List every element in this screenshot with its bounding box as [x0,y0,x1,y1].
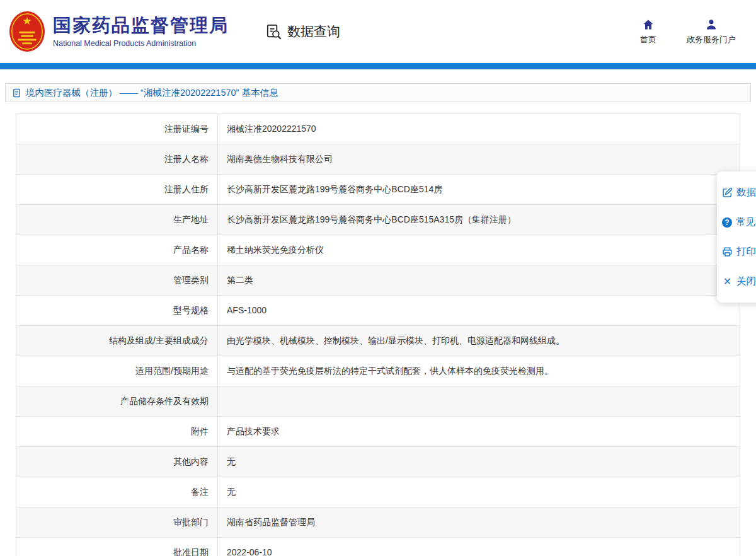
row-label: ●审批部门 [16,507,218,538]
row-value: 长沙高新开发区麓龙路199号麓谷商务中心BCD座514房 [218,175,740,205]
data-query-tab[interactable]: 数据查询 [265,23,340,40]
row-label: ●产品储存条件及有效期 [16,386,218,417]
edit-icon [722,187,733,198]
row-label-text: 结构及组成/主要组成成分 [109,335,209,345]
row-value: 与适配的基于荧光免疫层析法的特定干式试剂配套，供人体样本的免疫荧光检测用。 [218,356,740,386]
nav-portal-label: 政务服务门户 [687,34,736,45]
home-icon [642,18,655,31]
row-label: ●注册证编号 [16,114,218,144]
table-row: ●附件 产品技术要求 [16,417,740,447]
registration-info-table: ●注册证编号 湘械注准20202221570 ●注册人名称 湖南奥德生物科技有限… [16,113,740,556]
printer-icon [722,246,733,257]
header-accent-bar [0,63,756,69]
row-label: ●生产地址 [16,205,218,235]
table-row: ●审批部门 湖南省药品监督管理局 [16,507,740,538]
user-icon [705,18,718,31]
row-label-text: 注册人住所 [164,184,209,194]
question-icon: ? [722,217,732,228]
row-label-text: 生产地址 [173,214,209,224]
row-label-text: 型号规格 [173,305,209,315]
row-value: 湘械注准20202221570 [218,114,740,144]
org-titles: 国家药品监督管理局 National Medical Products Admi… [53,15,229,47]
row-label: ●备注 [16,477,218,507]
close-icon: ✕ [722,275,733,287]
row-value: 长沙高新开发区麓龙路199号麓谷商务中心BCD座515A315房（集群注册） [218,205,740,235]
row-label-text: 备注 [191,487,209,497]
panel-item-label: 常见 [736,216,755,229]
row-label: ●型号规格 [16,296,218,326]
row-value: 无 [218,447,740,477]
table-row: ●产品储存条件及有效期 [16,386,740,417]
panel-print[interactable]: 打印 [717,237,756,267]
table-row: ●注册人住所 长沙高新开发区麓龙路199号麓谷商务中心BCD座514房 [16,175,740,205]
row-label-text: 批准日期 [173,547,209,556]
row-label-text: 附件 [191,426,209,436]
nav-portal[interactable]: 政务服务门户 [687,18,736,45]
document-icon [12,88,21,98]
top-nav: 首页 政务服务门户 [640,18,736,45]
org-name-en: National Medical Products Administration [53,39,229,48]
panel-close[interactable]: ✕ 关闭 [717,267,756,296]
table-row: ●产品名称 稀土纳米荧光免疫分析仪 [16,235,740,265]
row-label: ●注册人名称 [16,144,218,175]
row-value: 第二类 [218,265,740,296]
breadcrumb: 境内医疗器械（注册） —— “湘械注准20202221570” 基本信息 [5,83,751,102]
info-table-body: ●注册证编号 湘械注准20202221570 ●注册人名称 湖南奥德生物科技有限… [16,114,740,556]
row-value: 产品技术要求 [218,417,740,447]
row-label: ●附件 [16,417,218,447]
panel-item-label: 打印 [736,245,756,258]
data-query-icon [265,23,282,40]
table-row: ●结构及组成/主要组成成分 由光学模块、机械模块、控制模块、输出/显示模块、打印… [16,326,740,356]
row-label-text: 审批部门 [173,517,209,527]
table-row: ●批准日期 2022-06-10 [16,538,740,556]
org-name-cn: 国家药品监督管理局 [53,15,229,36]
row-label-text: 管理类别 [173,275,209,285]
table-row: ●型号规格 AFS-1000 [16,296,740,326]
row-label-text: 产品名称 [173,245,209,255]
row-label: ●产品名称 [16,235,218,265]
table-row: ●其他内容 无 [16,447,740,477]
table-row: ●注册证编号 湘械注准20202221570 [16,114,740,144]
site-header: 国家药品监督管理局 National Medical Products Admi… [0,0,756,63]
row-label: ●其他内容 [16,447,218,477]
row-label-text: 其他内容 [173,456,209,466]
table-row: ●管理类别 第二类 [16,265,740,296]
nav-home-label: 首页 [640,34,656,45]
nav-home[interactable]: 首页 [640,18,656,45]
panel-item-label: 关闭 [736,275,756,288]
row-value: 湖南奥德生物科技有限公司 [218,144,740,175]
panel-faq[interactable]: ? 常见 [717,207,756,237]
row-label-text: 注册人名称 [164,154,209,164]
data-query-label: 数据查询 [287,23,340,40]
table-row: ●生产地址 长沙高新开发区麓龙路199号麓谷商务中心BCD座515A315房（集… [16,205,740,235]
national-emblem-logo [9,11,45,52]
breadcrumb-text: 境内医疗器械（注册） —— “湘械注准20202221570” 基本信息 [26,87,278,99]
row-label-text: 注册证编号 [164,124,209,134]
row-label-text: 产品储存条件及有效期 [120,396,209,406]
row-value: 由光学模块、机械模块、控制模块、输出/显示模块、打印机、电源适配器和网线组成。 [218,326,740,356]
row-label: ●结构及组成/主要组成成分 [16,326,218,356]
row-label: ●适用范围/预期用途 [16,356,218,386]
row-label: ●批准日期 [16,538,218,556]
row-value: 湖南省药品监督管理局 [218,507,740,538]
panel-item-label: 数据 [736,186,756,199]
row-value: 稀土纳米荧光免疫分析仪 [218,235,740,265]
row-label: ●注册人住所 [16,175,218,205]
panel-data-feedback[interactable]: 数据 [717,178,756,207]
row-label: ●管理类别 [16,265,218,296]
row-value [218,386,740,417]
table-row: ●适用范围/预期用途 与适配的基于荧光免疫层析法的特定干式试剂配套，供人体样本的… [16,356,740,386]
row-label-text: 适用范围/预期用途 [135,366,209,376]
row-value: 无 [218,477,740,507]
floating-tools-panel: 数据 ? 常见 打印 ✕ 关闭 [717,171,756,303]
table-row: ●注册人名称 湖南奥德生物科技有限公司 [16,144,740,175]
row-value: 2022-06-10 [218,538,740,556]
row-value: AFS-1000 [218,296,740,326]
table-row: ●备注 无 [16,477,740,507]
